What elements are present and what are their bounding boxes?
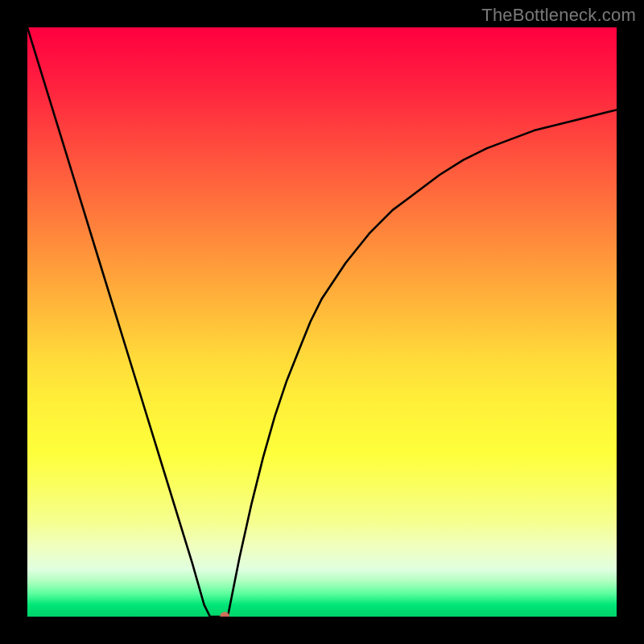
bottleneck-curve bbox=[27, 27, 617, 617]
chart-plot-area bbox=[27, 27, 617, 617]
watermark-text: TheBottleneck.com bbox=[481, 5, 636, 26]
curve-line bbox=[27, 27, 617, 617]
